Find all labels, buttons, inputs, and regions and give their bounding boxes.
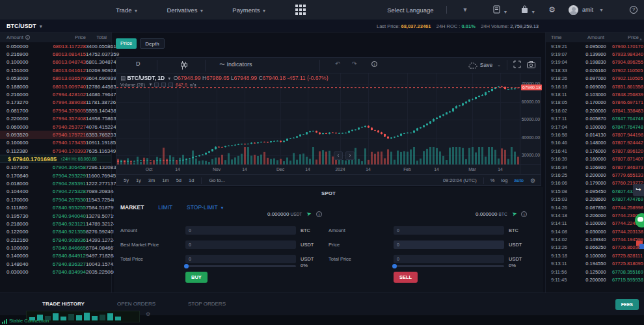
- info-icon[interactable]: i: [521, 211, 527, 217]
- orderbook-ask-row[interactable]: 0.10000068013.0487436801.304874: [0, 58, 111, 66]
- percent-scale-button[interactable]: %: [490, 177, 495, 183]
- orderbook-bid-row[interactable]: 0.17000067904.26753011543.725480: [0, 196, 111, 203]
- tab-stop-limit[interactable]: STOP-LIMIT ▾: [187, 204, 223, 211]
- range-button-3m[interactable]: 3m: [148, 177, 155, 183]
- orderbook-bid-row[interactable]: 0.17084067904.29322911600.769455: [0, 172, 111, 179]
- tab-trade-history[interactable]: TRADE HISTORY: [42, 301, 85, 307]
- log-scale-button[interactable]: log: [501, 177, 507, 183]
- tab-open-orders[interactable]: OPEN ORDERS: [117, 301, 155, 307]
- range-button-1d[interactable]: 1d: [189, 177, 194, 183]
- orders-book-icon[interactable]: ▼: [492, 5, 507, 15]
- fees-button[interactable]: FEES: [615, 299, 639, 310]
- buy-price-input[interactable]: 0: [185, 240, 296, 249]
- language-dropdown-icon[interactable]: ▼: [462, 6, 468, 13]
- orderbook-ask-row[interactable]: 0.08170067994.3750055555.140438: [0, 107, 111, 114]
- orderbook-ask-row[interactable]: 0.21600067994.42810214686.796470: [0, 90, 111, 98]
- buy-total-input[interactable]: 0: [185, 255, 296, 263]
- orderbook-ask-row[interactable]: 0.18800068013.00974012786.445831: [0, 83, 111, 90]
- sell-percent-slider[interactable]: [394, 265, 504, 267]
- price-axis[interactable]: 67940.18 70000.0060000.0050000.0040000.0…: [520, 73, 541, 164]
- settings-gear-icon[interactable]: ⚙: [548, 5, 556, 14]
- orderbook-bid-row[interactable]: 0.21800067840.92312114789.321240: [0, 220, 111, 228]
- auto-scale-button[interactable]: auto: [514, 177, 524, 183]
- balance-pointer-icon[interactable]: ➤: [306, 210, 312, 218]
- tab-price[interactable]: Price: [116, 38, 137, 49]
- range-button-1m[interactable]: 1m: [162, 177, 168, 183]
- tab-market[interactable]: MARKET: [120, 204, 144, 211]
- balance-pointer-icon[interactable]: ➤: [511, 210, 517, 218]
- orderbook-bid-row[interactable]: 0.19573067840.94004013278.507194: [0, 212, 111, 220]
- orderbook-bid-row[interactable]: 0.03000067840.8349942035.225060: [0, 268, 111, 276]
- orderbook-ask-row[interactable]: 0.21690068013.08141514752.037359: [0, 50, 111, 58]
- orderbook-ask-row[interactable]: 0.11238067940.1703937635.116349: [0, 147, 111, 155]
- scroll-up-icon[interactable]: ▲: [107, 43, 111, 47]
- legend-settings-icon[interactable]: [161, 83, 166, 87]
- orderbook-bid-row[interactable]: 0.01800067904.2853911222.277137: [0, 179, 111, 187]
- undo-icon[interactable]: ↶: [335, 60, 340, 67]
- tab-stop-orders[interactable]: STOP ORDERS: [188, 301, 226, 307]
- share-float-button[interactable]: ↪: [633, 184, 644, 196]
- orderbook-bid-row[interactable]: 0.10000067840.8466656784.084667: [0, 244, 111, 252]
- scroll-right-button[interactable]: ›: [345, 151, 355, 160]
- orderbook-ask-row[interactable]: 0.06000067940.2537274076.415224: [0, 123, 111, 131]
- range-button-1y[interactable]: 1y: [136, 177, 141, 183]
- range-button-5y[interactable]: 5y: [124, 177, 129, 183]
- fullscreen-icon[interactable]: [513, 60, 521, 70]
- sell-slider-handle[interactable]: [392, 264, 397, 268]
- tab-limit[interactable]: LIMIT: [158, 204, 172, 211]
- nav-item-derivatives[interactable]: Derivatives▼: [167, 6, 204, 14]
- sell-total-input[interactable]: 0: [394, 255, 504, 263]
- pair-selector[interactable]: BTC/USDT ▾: [7, 23, 42, 29]
- indicators-button[interactable]: 〜 Indicators: [219, 60, 252, 69]
- buy-slider-handle[interactable]: [184, 264, 189, 268]
- orderbook-bid-row[interactable]: 0.12200067840.9213558276.592405: [0, 228, 111, 236]
- range-button-5d[interactable]: 5d: [176, 177, 181, 183]
- info-icon[interactable]: i: [25, 35, 30, 40]
- widget-gear-icon[interactable]: ⚙: [146, 311, 150, 317]
- orderbook-bid-row[interactable]: 0.14804067840.83632710043.157410: [0, 260, 111, 268]
- cloud-save-button[interactable]: Save ⌄: [468, 62, 501, 69]
- tab-depth[interactable]: Depth: [140, 38, 164, 49]
- sell-amount-input[interactable]: 0: [394, 226, 504, 235]
- legend-close-icon[interactable]: [168, 83, 173, 87]
- buy-amount-input[interactable]: 0: [185, 226, 296, 235]
- info-icon[interactable]: i: [316, 211, 322, 217]
- time-axis[interactable]: Oct14Nov14Dec14202414Feb14Mar14: [116, 164, 520, 174]
- orderbook-bid-row[interactable]: 0.10440067904.2753287089.208344: [0, 188, 111, 196]
- sell-button[interactable]: SELL: [394, 272, 418, 283]
- goto-button[interactable]: Go to...: [209, 177, 225, 183]
- camera-icon[interactable]: [527, 61, 535, 70]
- axis-settings-gear-icon[interactable]: ⚙: [530, 177, 535, 184]
- orderbook-ask-row[interactable]: 0.17327067994.38903811781.387269: [0, 99, 111, 107]
- orderbook-bid-row[interactable]: 0.21216067840.90893614393.127240: [0, 236, 111, 244]
- clock-label[interactable]: 09:20:04 (UTC): [443, 177, 477, 183]
- chevron-down-icon[interactable]: ▾: [168, 76, 170, 81]
- redo-icon[interactable]: ↷: [352, 60, 357, 67]
- nav-item-trade[interactable]: Trade▼: [116, 6, 138, 14]
- orderbook-ask-row[interactable]: 0.16060067940.17343510911.191854: [0, 139, 111, 147]
- chevron-down-icon[interactable]: ▾: [150, 82, 152, 87]
- scroll-left-button[interactable]: ‹: [334, 151, 343, 160]
- orderbook-ask-row[interactable]: 0.22000067994.35740814958.758630: [0, 115, 111, 123]
- orderbook-bid-row[interactable]: 0.14000067840.8449129497.718288: [0, 252, 111, 260]
- help-icon[interactable]: ?: [630, 6, 637, 14]
- orderbook-bid-row[interactable]: 0.11180067840.9552557584.518799: [0, 203, 111, 211]
- scroll-up-icon[interactable]: ▲: [639, 37, 643, 41]
- orderbook-bid-row[interactable]: 0.10730067904.3064587286.132083: [0, 163, 111, 171]
- buy-percent-slider[interactable]: [185, 265, 296, 267]
- language-selector[interactable]: Select Language: [387, 6, 433, 14]
- sell-price-input[interactable]: 0: [394, 240, 504, 249]
- candlestick-chart[interactable]: [116, 73, 520, 164]
- apps-grid-icon[interactable]: [295, 5, 306, 15]
- nav-item-payments[interactable]: Payments▼: [232, 6, 266, 14]
- candle-style-icon[interactable]: [180, 61, 188, 71]
- legend-toggle-icon[interactable]: ▤: [120, 75, 126, 81]
- chart-info-icon[interactable]: i: [371, 60, 377, 67]
- user-menu[interactable]: amit ▼: [569, 5, 604, 15]
- assets-bag-icon[interactable]: ▼: [520, 5, 535, 15]
- interval-button[interactable]: D: [136, 60, 141, 67]
- orderbook-ask-row[interactable]: 0.15100068013.04161210269.969283: [0, 66, 111, 74]
- flag-float-button[interactable]: [636, 240, 644, 250]
- orderbook-ask-row[interactable]: 0.05300068013.0365793604.690939: [0, 75, 111, 83]
- legend-eye-icon[interactable]: [154, 83, 159, 87]
